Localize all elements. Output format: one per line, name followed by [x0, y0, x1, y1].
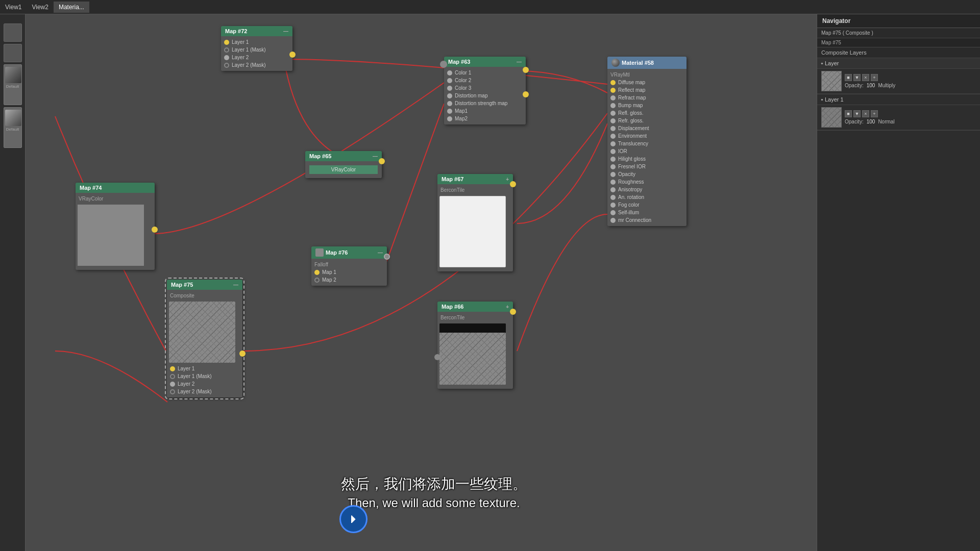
port-diffuse: Diffuse map	[607, 79, 687, 86]
layer-ctrl-2[interactable]: ▼	[853, 74, 861, 81]
node-map75-title: Map #75	[171, 282, 193, 288]
dot-layer2-75	[170, 382, 175, 387]
node-map65-header: Map #65 —	[305, 151, 382, 161]
port-translucency-label: Translucency	[618, 141, 648, 146]
port-layer1-label: Layer 1	[232, 39, 249, 45]
layer1-info: ■ ▼ × + Opacity: 100 Normal	[845, 110, 976, 124]
dot-layer1-75	[170, 366, 175, 371]
layer1-controls-row: ■ ▼ × +	[845, 110, 976, 117]
node-map76-collapse[interactable]: —	[378, 250, 383, 256]
layer1-ctrl-2[interactable]: ▼	[853, 110, 861, 117]
layer-ctrl-1[interactable]: ■	[845, 74, 852, 81]
port-map1-label: Map1	[455, 108, 468, 114]
layer1-section: Layer 1 ■ ▼ × + Opacity: 100 Normal	[817, 94, 980, 131]
sidebar-tool[interactable]	[4, 44, 22, 62]
composite-label: Composite	[167, 292, 242, 299]
layer1-thumb-container	[821, 107, 842, 128]
node-map65-body: VRayColor	[305, 161, 382, 178]
layer1-ctrl-1[interactable]: ■	[845, 110, 852, 117]
layer-expand-icon[interactable]	[821, 62, 823, 64]
port-layer1mask: Layer 1 (Mask)	[221, 46, 292, 54]
node-map63-header: Map #63 —	[444, 57, 526, 67]
node-map63[interactable]: Map #63 — Color 1 Color 2 Color 3 Distor…	[444, 57, 526, 124]
node-map76[interactable]: Map #76 — Falloff Map 1 Map 2	[311, 246, 387, 286]
node-map65[interactable]: Map #65 — VRayColor	[305, 151, 382, 178]
node-map72-body: Layer 1 Layer 1 (Mask) Layer 2 Layer 2 (…	[221, 36, 292, 71]
port-reflgloss: Refl. gloss.	[607, 109, 687, 117]
map66-dark-strip	[439, 323, 506, 333]
node-map74[interactable]: Map #74 VRayColor	[76, 183, 155, 270]
port-opacity: Opacity	[607, 170, 687, 178]
dot-anrotation	[610, 195, 616, 200]
node-map65-collapse[interactable]: —	[373, 154, 378, 159]
sidebar-label: Default	[5, 84, 20, 89]
node-map76-header: Map #76 —	[311, 246, 387, 259]
node-map66-collapse[interactable]: +	[506, 304, 509, 310]
sidebar-tool[interactable]	[4, 23, 22, 42]
port-bump-label: Bump map	[618, 103, 643, 108]
node-map75[interactable]: Map #75 — Composite Layer 1 Layer 1 (Mas…	[167, 280, 242, 397]
port-layer2-75-label: Layer 2	[178, 381, 194, 387]
node-map72-header: Map #72 —	[221, 26, 292, 36]
port-layer2-label: Layer 2	[232, 55, 249, 60]
node-map76-body: Falloff Map 1 Map 2	[311, 259, 387, 286]
port-ior: IOR	[607, 147, 687, 155]
layer-info: ■ ▼ × + Opacity: 100 Multiply	[845, 74, 976, 88]
dot-ior	[610, 149, 616, 154]
port-selfillum-label: Self-illum	[618, 210, 639, 215]
output-dot-map63	[523, 67, 529, 73]
port-layer2mask-75-label: Layer 2 (Mask)	[178, 389, 212, 394]
node-map67[interactable]: Map #67 + BerconTile	[437, 174, 513, 271]
dot-color1	[447, 70, 452, 76]
layer1-thumb-tex	[822, 108, 841, 127]
material-tab[interactable]: Materia...	[54, 2, 89, 13]
port-diststrength: Distortion strength map	[444, 99, 526, 107]
port-layer2-75: Layer 2	[167, 380, 242, 388]
layer1-expand-icon[interactable]	[821, 98, 823, 101]
port-environment: Environment	[607, 132, 687, 140]
dot-layer1mask	[224, 47, 229, 53]
node-map72[interactable]: Map #72 — Layer 1 Layer 1 (Mask) Layer 2…	[221, 26, 292, 71]
map66-tex	[439, 333, 506, 385]
view1-tab[interactable]: View1	[0, 2, 27, 13]
layer-ctrl-3[interactable]: ×	[862, 74, 869, 81]
node-map74-body: VRayColor	[76, 193, 155, 270]
preview-thumb-2	[5, 110, 21, 126]
node-map66[interactable]: Map #66 + BerconTile	[437, 302, 513, 389]
node-canvas[interactable]: Map #72 — Layer 1 Layer 1 (Mask) Layer 2…	[26, 14, 817, 551]
node-map67-collapse[interactable]: +	[506, 177, 509, 182]
node-map75-collapse[interactable]: —	[233, 282, 238, 288]
navigator-map-sub: Map #75	[817, 38, 980, 47]
layer-row: ■ ▼ × + Opacity: 100 Multiply	[817, 69, 980, 94]
dot-selfillum	[610, 210, 616, 215]
sidebar-label-2: Default	[5, 127, 20, 132]
map76-thumb	[315, 248, 324, 257]
composite-layers-header: Composite Layers	[817, 47, 980, 58]
node-material58[interactable]: Material #58 VRayMtl Diffuse map Reflect…	[607, 57, 687, 226]
dot-distmap	[447, 93, 452, 98]
layer1-ctrl-3[interactable]: ×	[862, 110, 869, 117]
dot-color2	[447, 78, 452, 83]
node-map72-collapse[interactable]: —	[283, 29, 288, 34]
node-map63-collapse[interactable]: —	[517, 59, 522, 65]
dot-translucency	[610, 141, 616, 146]
navigator-map-label: Map #75 ( Composite )	[817, 28, 980, 38]
dot-map2	[447, 116, 452, 121]
layer-ctrl-4[interactable]: +	[871, 74, 878, 81]
dot-refract	[610, 95, 616, 101]
port-layer1mask-75: Layer 1 (Mask)	[167, 372, 242, 380]
port-layer2mask-label: Layer 2 (Mask)	[232, 62, 266, 68]
port-fogcolor: Fog color	[607, 201, 687, 209]
port-hilightgloss-label: Hilight gloss	[618, 156, 646, 162]
port-map2-76: Map 2	[311, 276, 387, 284]
port-diffuse-label: Diffuse map	[618, 80, 645, 85]
view2-tab[interactable]: View2	[27, 2, 53, 13]
bercontinle-label66: BerconTile	[437, 314, 513, 321]
layer-title: Layer	[825, 60, 839, 66]
vraycolor-label74: VRayColor	[76, 195, 155, 203]
layer1-ctrl-4[interactable]: +	[871, 110, 878, 117]
port-environment-label: Environment	[618, 133, 647, 139]
port-layer1: Layer 1	[221, 38, 292, 46]
port-layer2mask: Layer 2 (Mask)	[221, 61, 292, 69]
dot-mrconnection	[610, 218, 616, 223]
